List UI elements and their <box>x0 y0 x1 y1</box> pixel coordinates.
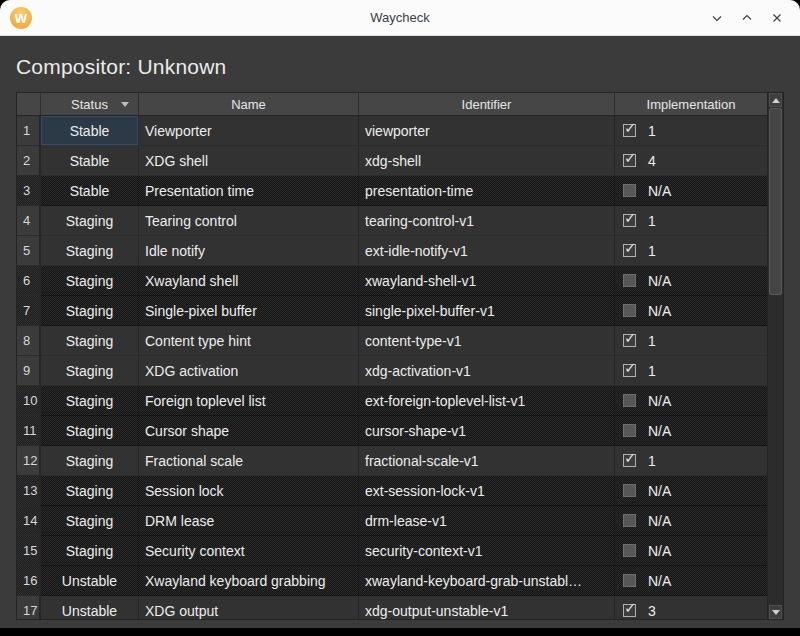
row-number-cell[interactable]: 3 <box>17 176 41 206</box>
cell-identifier[interactable]: ext-foreign-toplevel-list-v1 <box>359 386 615 416</box>
table-row[interactable]: 10StagingForeign toplevel listext-foreig… <box>17 386 767 416</box>
cell-implementation[interactable]: ✓4 <box>615 146 767 176</box>
cell-identifier[interactable]: ext-session-lock-v1 <box>359 476 615 506</box>
cell-name[interactable]: Tearing control <box>139 206 359 236</box>
cell-identifier[interactable]: drm-lease-v1 <box>359 506 615 536</box>
column-header-implementation[interactable]: Implementation <box>615 93 767 116</box>
column-header-status[interactable]: Status <box>41 93 139 116</box>
implemented-checkbox[interactable] <box>623 424 636 437</box>
implemented-checkbox[interactable] <box>623 394 636 407</box>
cell-status[interactable]: Staging <box>41 476 139 506</box>
row-number-cell[interactable]: 9 <box>17 356 41 386</box>
cell-implementation[interactable]: ✓1 <box>615 446 767 476</box>
cell-name[interactable]: XDG shell <box>139 146 359 176</box>
cell-name[interactable]: Idle notify <box>139 236 359 266</box>
row-number-cell[interactable]: 4 <box>17 206 41 236</box>
cell-status[interactable]: Staging <box>41 506 139 536</box>
table-row[interactable]: 13StagingSession lockext-session-lock-v1… <box>17 476 767 506</box>
cell-status[interactable]: Staging <box>41 326 139 356</box>
cell-status[interactable]: Staging <box>41 206 139 236</box>
app-icon[interactable]: W <box>10 7 32 29</box>
cell-status[interactable]: Unstable <box>41 596 139 619</box>
cell-implementation[interactable]: N/A <box>615 536 767 566</box>
row-number-cell[interactable]: 11 <box>17 416 41 446</box>
cell-status[interactable]: Staging <box>41 416 139 446</box>
cell-implementation[interactable]: ✓1 <box>615 356 767 386</box>
cell-status[interactable]: Staging <box>41 266 139 296</box>
cell-identifier[interactable]: xwayland-shell-v1 <box>359 266 615 296</box>
column-header-identifier[interactable]: Identifier <box>359 93 615 116</box>
table-row[interactable]: 12StagingFractional scalefractional-scal… <box>17 446 767 476</box>
minimize-button[interactable] <box>702 3 732 33</box>
scroll-up-button[interactable] <box>769 93 782 107</box>
cell-implementation[interactable]: N/A <box>615 506 767 536</box>
maximize-button[interactable] <box>732 3 762 33</box>
implemented-checkbox[interactable]: ✓ <box>623 364 636 377</box>
cell-status[interactable]: Staging <box>41 536 139 566</box>
cell-identifier[interactable]: xdg-output-unstable-v1 <box>359 596 615 619</box>
cell-status[interactable]: Staging <box>41 236 139 266</box>
cell-identifier[interactable]: tearing-control-v1 <box>359 206 615 236</box>
cell-status[interactable]: Staging <box>41 296 139 326</box>
cell-status[interactable]: Stable <box>41 146 139 176</box>
implemented-checkbox[interactable] <box>623 304 636 317</box>
implemented-checkbox[interactable]: ✓ <box>623 154 636 167</box>
cell-identifier[interactable]: security-context-v1 <box>359 536 615 566</box>
cell-name[interactable]: Foreign toplevel list <box>139 386 359 416</box>
table-row[interactable]: 14StagingDRM leasedrm-lease-v1N/A <box>17 506 767 536</box>
column-header-name[interactable]: Name <box>139 93 359 116</box>
cell-status[interactable]: Stable <box>41 116 139 146</box>
implemented-checkbox[interactable] <box>623 484 636 497</box>
implemented-checkbox[interactable]: ✓ <box>623 334 636 347</box>
cell-name[interactable]: DRM lease <box>139 506 359 536</box>
implemented-checkbox[interactable] <box>623 544 636 557</box>
row-number-cell[interactable]: 12 <box>17 446 41 476</box>
row-number-cell[interactable]: 6 <box>17 266 41 296</box>
cell-identifier[interactable]: single-pixel-buffer-v1 <box>359 296 615 326</box>
row-number-cell[interactable]: 5 <box>17 236 41 266</box>
cell-name[interactable]: Viewporter <box>139 116 359 146</box>
cell-implementation[interactable]: N/A <box>615 296 767 326</box>
row-number-cell[interactable]: 7 <box>17 296 41 326</box>
cell-status[interactable]: Staging <box>41 386 139 416</box>
cell-name[interactable]: Content type hint <box>139 326 359 356</box>
row-number-cell[interactable]: 15 <box>17 536 41 566</box>
implemented-checkbox[interactable]: ✓ <box>623 244 636 257</box>
corner-header-cell[interactable] <box>17 93 41 116</box>
cell-name[interactable]: Fractional scale <box>139 446 359 476</box>
cell-implementation[interactable]: N/A <box>615 416 767 446</box>
cell-identifier[interactable]: cursor-shape-v1 <box>359 416 615 446</box>
row-number-cell[interactable]: 8 <box>17 326 41 356</box>
implemented-checkbox[interactable] <box>623 274 636 287</box>
table-row[interactable]: 5StagingIdle notifyext-idle-notify-v1✓1 <box>17 236 767 266</box>
cell-identifier[interactable]: xwayland-keyboard-grab-unstabl… <box>359 566 615 596</box>
cell-implementation[interactable]: N/A <box>615 386 767 416</box>
row-number-cell[interactable]: 1 <box>17 116 41 146</box>
row-number-cell[interactable]: 13 <box>17 476 41 506</box>
cell-identifier[interactable]: presentation-time <box>359 176 615 206</box>
cell-implementation[interactable]: N/A <box>615 266 767 296</box>
scroll-down-button[interactable] <box>769 605 782 619</box>
cell-name[interactable]: Cursor shape <box>139 416 359 446</box>
cell-identifier[interactable]: content-type-v1 <box>359 326 615 356</box>
implemented-checkbox[interactable]: ✓ <box>623 454 636 467</box>
cell-status[interactable]: Staging <box>41 356 139 386</box>
cell-identifier[interactable]: ext-idle-notify-v1 <box>359 236 615 266</box>
cell-status[interactable]: Staging <box>41 446 139 476</box>
cell-name[interactable]: Single-pixel buffer <box>139 296 359 326</box>
cell-identifier[interactable]: viewporter <box>359 116 615 146</box>
table-row[interactable]: 8StagingContent type hintcontent-type-v1… <box>17 326 767 356</box>
table-row[interactable]: 11StagingCursor shapecursor-shape-v1N/A <box>17 416 767 446</box>
row-number-cell[interactable]: 16 <box>17 566 41 596</box>
table-row[interactable]: 16UnstableXwayland keyboard grabbingxway… <box>17 566 767 596</box>
cell-name[interactable]: Session lock <box>139 476 359 506</box>
cell-name[interactable]: XDG output <box>139 596 359 619</box>
cell-implementation[interactable]: ✓1 <box>615 116 767 146</box>
implemented-checkbox[interactable]: ✓ <box>623 604 636 617</box>
cell-status[interactable]: Stable <box>41 176 139 206</box>
cell-name[interactable]: Security context <box>139 536 359 566</box>
cell-implementation[interactable]: ✓1 <box>615 326 767 356</box>
implemented-checkbox[interactable] <box>623 574 636 587</box>
implemented-checkbox[interactable] <box>623 514 636 527</box>
implemented-checkbox[interactable]: ✓ <box>623 214 636 227</box>
